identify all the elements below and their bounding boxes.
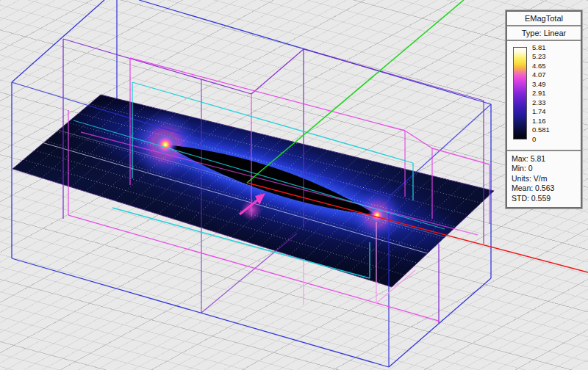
- colorbar-tick-labels: 5.815.234.654.073.492.912.331.741.160.58…: [532, 43, 550, 144]
- colorbar-tick-label: 5.23: [532, 52, 550, 61]
- legend-stat-line: Units: V/m: [512, 174, 576, 184]
- 3d-viewport[interactable]: EMagTotal Type: Linear 5.815.234.654.073…: [0, 0, 588, 370]
- colorbar-tick-label: 5.81: [532, 43, 550, 52]
- legend-title: EMagTotal: [507, 12, 581, 26]
- legend-stat-line: Min: 0: [512, 164, 576, 173]
- field-legend: EMagTotal Type: Linear 5.815.234.654.073…: [506, 10, 582, 208]
- y-axis-green: [247, 0, 464, 183]
- colorbar-tick-label: 2.91: [532, 89, 550, 98]
- colorbar-tick-label: 1.16: [532, 117, 550, 126]
- field-cut-plane: [12, 38, 526, 322]
- legend-stat-line: STD: 0.559: [512, 194, 576, 203]
- colorbar-gradient: [513, 47, 527, 139]
- colorbar-tick-label: 3.49: [532, 80, 550, 89]
- colorbar-tick-label: 2.33: [532, 98, 550, 107]
- scene-canvas[interactable]: [0, 0, 588, 370]
- legend-stat-line: Mean: 0.563: [512, 184, 576, 193]
- legend-color-scale: 5.815.234.654.073.492.912.331.741.160.58…: [507, 41, 581, 151]
- colorbar-tick-label: 0.581: [532, 126, 550, 134]
- colorbar-tick-label: 1.74: [532, 107, 550, 116]
- legend-stat-line: Max: 5.81: [512, 154, 576, 164]
- colorbar-tick-label: 0: [532, 135, 550, 144]
- colorbar-tick-label: 4.07: [532, 70, 550, 79]
- colorbar-tick-label: 4.65: [532, 62, 550, 70]
- legend-scale-type: Type: Linear: [507, 26, 581, 41]
- legend-statistics: Max: 5.81Min: 0Units: V/mMean: 0.563STD:…: [507, 151, 581, 207]
